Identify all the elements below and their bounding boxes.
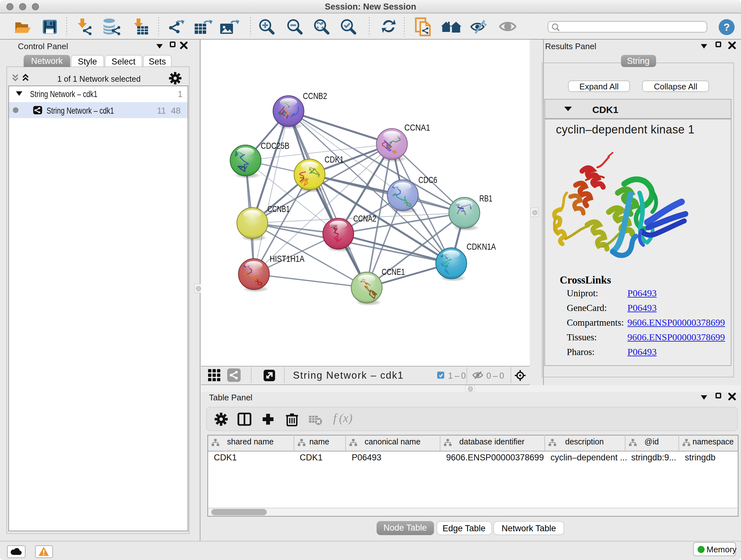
svg-text:CCNB2: CCNB2 — [303, 91, 327, 101]
svg-text:CCNE1: CCNE1 — [382, 267, 405, 277]
svg-text:CDC25B: CDC25B — [261, 141, 289, 151]
svg-text:HIST1H1A: HIST1H1A — [270, 254, 305, 264]
svg-text:RB1: RB1 — [479, 193, 492, 203]
svg-text:CCNA1: CCNA1 — [404, 123, 430, 132]
svg-text:CCNA2: CCNA2 — [353, 213, 376, 224]
svg-text:CCNB1: CCNB1 — [267, 204, 290, 214]
svg-text:CDC6: CDC6 — [418, 175, 437, 185]
svg-text:CDK1: CDK1 — [325, 154, 344, 165]
svg-text:CDKN1A: CDKN1A — [467, 242, 496, 252]
